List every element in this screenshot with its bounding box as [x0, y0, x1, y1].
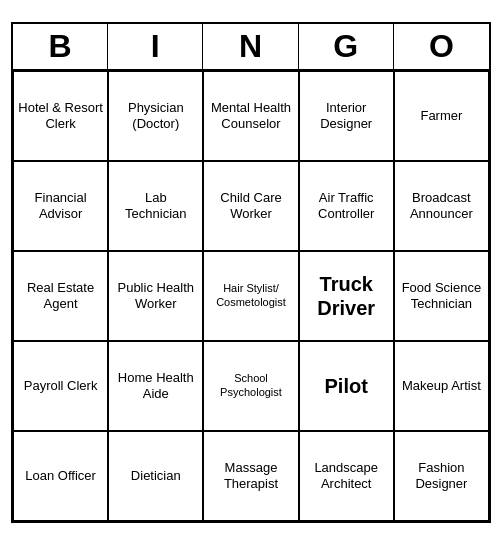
bingo-cell: Mental Health Counselor [203, 71, 298, 161]
bingo-cell: Real Estate Agent [13, 251, 108, 341]
bingo-header-letter: O [394, 24, 489, 69]
bingo-cell: Dietician [108, 431, 203, 521]
bingo-cell: Loan Officer [13, 431, 108, 521]
bingo-header-letter: N [203, 24, 298, 69]
bingo-cell: Food Science Technician [394, 251, 489, 341]
bingo-cell: Payroll Clerk [13, 341, 108, 431]
bingo-header: BINGO [13, 24, 489, 71]
bingo-cell: Interior Designer [299, 71, 394, 161]
bingo-cell: School Psychologist [203, 341, 298, 431]
bingo-card: BINGO Hotel & Resort ClerkPhysician (Doc… [11, 22, 491, 523]
bingo-header-letter: I [108, 24, 203, 69]
bingo-cell: Broadcast Announcer [394, 161, 489, 251]
bingo-cell: Lab Technician [108, 161, 203, 251]
bingo-cell: Fashion Designer [394, 431, 489, 521]
bingo-cell: Truck Driver [299, 251, 394, 341]
bingo-cell: Hotel & Resort Clerk [13, 71, 108, 161]
bingo-cell: Massage Therapist [203, 431, 298, 521]
bingo-cell: Financial Advisor [13, 161, 108, 251]
bingo-cell: Child Care Worker [203, 161, 298, 251]
bingo-header-letter: G [299, 24, 394, 69]
bingo-cell: Makeup Artist [394, 341, 489, 431]
bingo-cell: Air Traffic Controller [299, 161, 394, 251]
bingo-cell: Landscape Architect [299, 431, 394, 521]
bingo-cell: Hair Stylist/ Cosmetologist [203, 251, 298, 341]
bingo-cell: Farmer [394, 71, 489, 161]
bingo-cell: Physician (Doctor) [108, 71, 203, 161]
bingo-cell: Public Health Worker [108, 251, 203, 341]
bingo-header-letter: B [13, 24, 108, 69]
bingo-grid: Hotel & Resort ClerkPhysician (Doctor)Me… [13, 71, 489, 521]
bingo-cell: Pilot [299, 341, 394, 431]
bingo-cell: Home Health Aide [108, 341, 203, 431]
